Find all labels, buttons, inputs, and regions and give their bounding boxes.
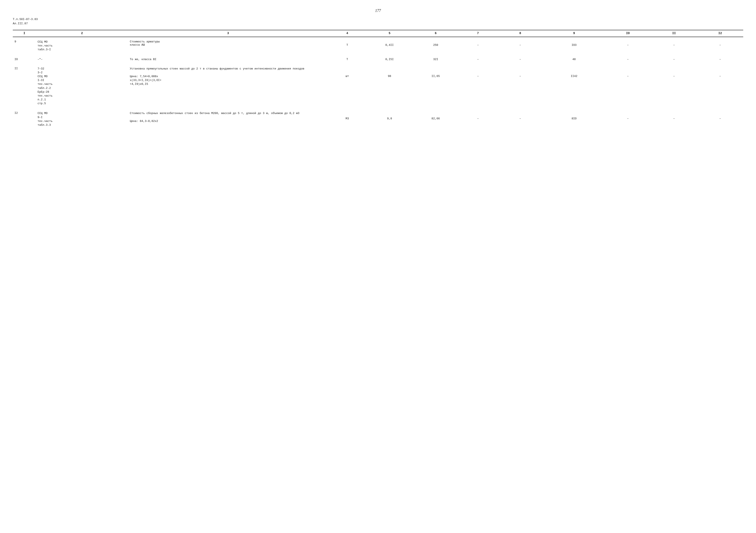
page-number: 177 bbox=[13, 9, 743, 13]
row10-col11: – bbox=[651, 55, 697, 64]
main-table: I 2 3 4 5 6 7 8 9 IO II I2 9 ССЦ МОтех.ч… bbox=[13, 30, 743, 130]
row12-col11: – bbox=[651, 108, 697, 130]
header-col-7: 7 bbox=[459, 30, 497, 37]
row9-col12: – bbox=[697, 37, 743, 55]
row12-col9: 8IO bbox=[543, 108, 605, 130]
row9-col3: Стоимость арматурыкласса АШ bbox=[128, 37, 328, 55]
row9-col9: IO3 bbox=[543, 37, 605, 55]
doc-ref-line1: Т.п.50I–07–3.83 bbox=[13, 17, 743, 21]
row12-col2: ССЦ МО9–Iтех.частьтабл.3.3 bbox=[36, 108, 128, 130]
row10-col8: – bbox=[497, 55, 543, 64]
row12-col7: – bbox=[459, 108, 497, 130]
row11-col12: – bbox=[697, 64, 743, 109]
row10-col2: –"– bbox=[36, 55, 128, 64]
row12-col4: М3 bbox=[328, 108, 366, 130]
table-row: II 7–323–2ССЦ МОI–3Iтех.частьтабл.2.2ЕрЕ… bbox=[13, 64, 743, 109]
row9-col6: 250 bbox=[413, 37, 459, 55]
row11-col8: – bbox=[497, 64, 543, 109]
header-col-9: 9 bbox=[543, 30, 605, 37]
table-header-row: I 2 3 4 5 6 7 8 9 IO II I2 bbox=[13, 30, 743, 37]
row11-col2: 7–323–2ССЦ МОI–3Iтех.частьтабл.2.2ЕрЕр–2… bbox=[36, 64, 128, 109]
header-col-11: II bbox=[651, 30, 697, 37]
row12-col6: 82,66 bbox=[413, 108, 459, 130]
row12-col8: – bbox=[497, 108, 543, 130]
row9-col1: 9 bbox=[13, 37, 36, 55]
row11-col9: II42 bbox=[543, 64, 605, 109]
header-col-1: I bbox=[13, 30, 36, 37]
header-col-6: 6 bbox=[413, 30, 459, 37]
row11-col4: шт bbox=[328, 64, 366, 109]
row11-col11: – bbox=[651, 64, 697, 109]
header-col-12: I2 bbox=[697, 30, 743, 37]
row12-col5: 9,8 bbox=[366, 108, 413, 130]
row12-col3: Стоимость сборных железобетонных стоек и… bbox=[128, 108, 328, 130]
header-col-3: 3 bbox=[128, 30, 328, 37]
row9-col8: – bbox=[497, 37, 543, 55]
row9-col2: ССЦ МОтех.частьтабл.3–I bbox=[36, 37, 128, 55]
row10-col10: – bbox=[605, 55, 651, 64]
row10-col1: IO bbox=[13, 55, 36, 64]
row10-col9: 48 bbox=[543, 55, 605, 64]
row9-col11: – bbox=[651, 37, 697, 55]
row10-col4: Т bbox=[328, 55, 366, 64]
row12-col12: – bbox=[697, 108, 743, 130]
row9-col5: 0,4II bbox=[366, 37, 413, 55]
row10-col7: – bbox=[459, 55, 497, 64]
row10-col3: То же, класса BI bbox=[128, 55, 328, 64]
row11-col3: Установка прямоугольных стоек массой до … bbox=[128, 64, 328, 109]
row11-col10: – bbox=[605, 64, 651, 109]
row11-col5: 98 bbox=[366, 64, 413, 109]
header-col-4: 4 bbox=[328, 30, 366, 37]
table-row: 9 ССЦ МОтех.частьтабл.3–I Стоимость арма… bbox=[13, 37, 743, 55]
row11-col6: II,65 bbox=[413, 64, 459, 109]
row10-col5: 0,I5I bbox=[366, 55, 413, 64]
row12-col10: – bbox=[605, 108, 651, 130]
row10-col6: 32I bbox=[413, 55, 459, 64]
row9-col4: Т bbox=[328, 37, 366, 55]
row10-col12: – bbox=[697, 55, 743, 64]
row9-col10: – bbox=[605, 37, 651, 55]
header-col-2: 2 bbox=[36, 30, 128, 37]
row12-col1: I2 bbox=[13, 108, 36, 130]
doc-ref-line2: Ал.III.87 bbox=[13, 21, 743, 26]
row9-col7: – bbox=[459, 37, 497, 55]
row11-col1: II bbox=[13, 64, 36, 109]
header-col-10: IO bbox=[605, 30, 651, 37]
table-row: IO –"– То же, класса BI Т 0,I5I 32I – – … bbox=[13, 55, 743, 64]
table-row: I2 ССЦ МО9–Iтех.частьтабл.3.3 Стоимость … bbox=[13, 108, 743, 130]
header-col-8: 8 bbox=[497, 30, 543, 37]
header-col-5: 5 bbox=[366, 30, 413, 37]
doc-header: Т.п.50I–07–3.83 Ал.III.87 bbox=[13, 17, 743, 26]
row11-col7: – bbox=[459, 64, 497, 109]
